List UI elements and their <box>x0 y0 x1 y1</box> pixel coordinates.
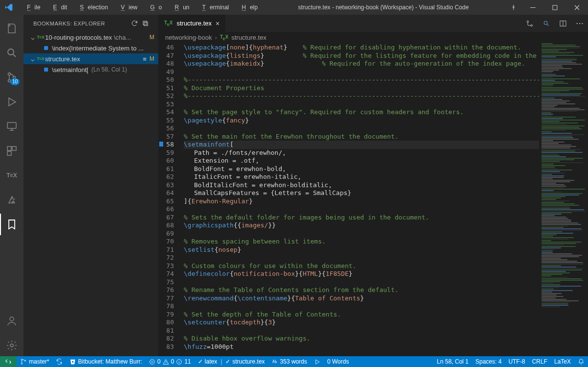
svg-point-3 <box>8 73 11 75</box>
menu-file[interactable]: File <box>19 2 44 13</box>
svg-point-19 <box>21 363 22 364</box>
problems-status[interactable]: 0 0 11 <box>146 356 195 367</box>
svg-point-16 <box>544 21 547 24</box>
word-count[interactable]: 353 words <box>268 356 310 367</box>
indentation[interactable]: Spaces: 4 <box>472 356 505 367</box>
sync-icon[interactable] <box>52 356 66 367</box>
tab-close-icon[interactable]: × <box>216 20 220 27</box>
explorer-icon[interactable] <box>0 18 24 39</box>
file-check[interactable]: ✓ structure.tex <box>222 356 268 367</box>
source-control-icon[interactable]: 10 <box>0 67 24 88</box>
maximize-button[interactable] <box>544 0 566 15</box>
compare-changes-icon[interactable] <box>521 15 538 32</box>
azure-icon[interactable] <box>0 189 24 211</box>
git-branch[interactable]: master* <box>17 356 52 367</box>
collapse-all-icon[interactable] <box>142 20 152 27</box>
menu-selection[interactable]: Selection <box>72 2 112 13</box>
tex-file-icon: TEX <box>164 20 172 26</box>
line-gutter: 4647484950515253545556575859606162636465… <box>158 43 181 356</box>
notifications-icon[interactable] <box>574 356 588 367</box>
chevron-right-icon: › <box>215 34 217 41</box>
eol[interactable]: CRLF <box>529 356 551 367</box>
svg-rect-13 <box>144 22 148 26</box>
scm-badge: 10 <box>10 78 20 85</box>
remote-indicator[interactable] <box>0 356 17 367</box>
sidebar-title: BOOKMARKS: EXPLORER <box>33 21 131 26</box>
more-actions-icon[interactable]: ⋯ <box>571 15 588 32</box>
svg-point-18 <box>21 359 22 360</box>
menu-bar: FileEditSelectionViewGoRunTerminalHelp <box>17 2 262 13</box>
refresh-icon[interactable] <box>131 20 142 27</box>
activity-bar: 10 TEX <box>0 15 24 356</box>
svg-rect-8 <box>12 147 16 150</box>
live-share[interactable] <box>311 356 324 367</box>
svg-point-14 <box>527 21 528 22</box>
bookmark-item[interactable]: \setmainfont[(Ln 58, Col 1) <box>24 64 158 75</box>
svg-rect-1 <box>553 5 557 10</box>
menu-go[interactable]: Go <box>142 2 166 13</box>
bitbucket-status[interactable]: Bitbucket: Matthew Burr: <box>66 356 146 367</box>
menu-view[interactable]: View <box>113 2 141 13</box>
sidebar-header: BOOKMARKS: EXPLORER <box>24 15 158 32</box>
menu-terminal[interactable]: Terminal <box>195 2 233 13</box>
svg-point-10 <box>10 317 14 321</box>
status-bar: master* Bitbucket: Matthew Burr: 0 0 11 … <box>0 356 588 367</box>
pin-icon[interactable] <box>505 4 522 11</box>
sidebar: BOOKMARKS: EXPLORER ⌵TEX10-routing-proto… <box>24 15 158 356</box>
svg-rect-6 <box>7 122 16 128</box>
latex-icon[interactable]: TEX <box>0 165 24 186</box>
minimize-button[interactable] <box>522 0 544 15</box>
vscode-logo <box>0 3 17 11</box>
run-debug-icon[interactable] <box>0 91 24 113</box>
svg-point-11 <box>10 344 13 347</box>
encoding[interactable]: UTF-8 <box>505 356 529 367</box>
words-0[interactable]: 0 Words <box>324 356 352 367</box>
window-controls <box>522 0 588 15</box>
bookmark-tree: ⌵TEX10-routing-protocols.tex \cha...M\in… <box>24 32 158 75</box>
menu-edit[interactable]: Edit <box>45 2 71 13</box>
bookmark-file-node[interactable]: ⌵TEX10-routing-protocols.tex \cha...M <box>24 32 158 43</box>
close-button[interactable] <box>566 0 588 15</box>
editor-tabs: TEX structure.tex × ⋯ <box>158 15 588 32</box>
editor-area: TEX structure.tex × ⋯ networking-book › … <box>158 15 588 356</box>
tab-structure-tex[interactable]: TEX structure.tex × <box>158 15 226 32</box>
split-editor-icon[interactable] <box>555 15 571 32</box>
svg-rect-7 <box>7 147 11 150</box>
menu-help[interactable]: Help <box>234 2 262 13</box>
title-bar: FileEditSelectionViewGoRunTerminalHelp s… <box>0 0 588 15</box>
window-title: structure.tex - networking-book (Workspa… <box>262 4 505 11</box>
bookmark-item[interactable]: \index{Intermediate System to ... <box>24 43 158 53</box>
svg-point-15 <box>531 24 532 26</box>
svg-point-2 <box>8 49 14 55</box>
settings-gear-icon[interactable] <box>0 335 24 356</box>
latex-check[interactable]: ✓ latex <box>195 356 220 367</box>
breadcrumb-item[interactable]: networking-book <box>165 34 212 41</box>
bookmarks-icon[interactable] <box>0 214 24 235</box>
tab-label: structure.tex <box>176 20 212 27</box>
remote-explorer-icon[interactable] <box>0 116 24 137</box>
bookmark-file-node[interactable]: ⌵TEXstructure.tex≡M <box>24 53 158 64</box>
minimap[interactable] <box>539 43 588 356</box>
svg-rect-0 <box>530 7 536 8</box>
search-icon[interactable] <box>0 42 24 64</box>
cursor-position[interactable]: Ln 58, Col 1 <box>434 356 472 367</box>
svg-rect-9 <box>7 151 11 155</box>
extensions-icon[interactable] <box>0 140 24 162</box>
menu-run[interactable]: Run <box>167 2 194 13</box>
bookmark-icon <box>44 46 48 50</box>
accounts-icon[interactable] <box>0 310 24 332</box>
bookmark-icon <box>44 68 48 72</box>
editor[interactable]: 4647484950515253545556575859606162636465… <box>158 43 588 356</box>
build-latex-icon[interactable] <box>538 15 555 32</box>
breadcrumb[interactable]: networking-book › TEX structure.tex <box>158 32 588 43</box>
code-content[interactable]: \usepackage[none]{hyphenat} % Required f… <box>181 43 539 356</box>
language-mode[interactable]: LaTeX <box>551 356 574 367</box>
tex-file-icon: TEX <box>220 34 228 41</box>
breadcrumb-item[interactable]: structure.tex <box>231 34 267 41</box>
